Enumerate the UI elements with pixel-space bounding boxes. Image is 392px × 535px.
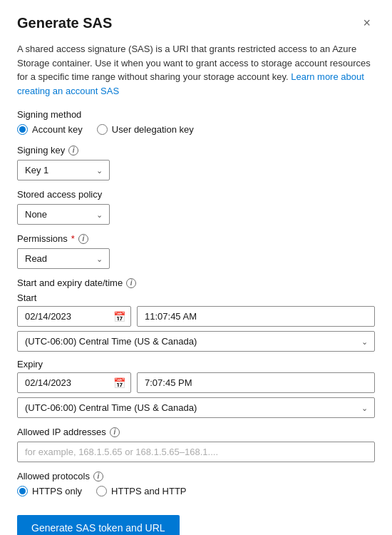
stored-access-policy-select[interactable]: None [17,204,110,225]
expiry-datetime-row: 📅 [17,372,375,393]
account-key-radio[interactable] [17,124,28,135]
datetime-info-icon: i [126,278,136,288]
https-only-label: HTTPS only [32,486,82,496]
allowed-protocols-radio-group: HTTPS only HTTPS and HTTP [17,486,375,496]
datetime-section: Start and expiry date/time i Start 📅 (UT… [17,277,375,418]
allowed-ip-info-icon: i [110,427,120,437]
https-only-option[interactable]: HTTPS only [17,486,82,496]
account-key-label: Account key [32,124,83,135]
dialog-header: Generate SAS × [17,14,375,32]
https-and-http-radio[interactable] [96,486,107,496]
permissions-select-wrapper: Read Write Delete List ⌄ [17,248,110,269]
allowed-ip-section: Allowed IP addresses i [17,427,375,462]
start-label: Start [17,292,375,303]
permissions-select[interactable]: Read Write Delete List [17,248,110,269]
signing-key-section: Signing key i Key 1 Key 2 ⌄ [17,145,375,180]
permissions-required: * [71,233,75,244]
start-timezone-select[interactable]: (UTC-06:00) Central Time (US & Canada) [17,331,375,352]
allowed-protocols-label: Allowed protocols i [17,471,375,482]
signing-key-select[interactable]: Key 1 Key 2 [17,160,110,180]
expiry-label: Expiry [17,359,375,370]
stored-access-policy-section: Stored access policy None ⌄ [17,189,375,225]
user-delegation-label: User delegation key [112,124,194,135]
expiry-timezone-select[interactable]: (UTC-06:00) Central Time (US & Canada) [17,397,375,418]
start-time-input[interactable] [137,306,375,327]
expiry-date-wrapper: 📅 [17,372,131,393]
start-date-input[interactable] [17,306,131,327]
https-only-radio[interactable] [17,486,28,496]
stored-access-policy-select-wrapper: None ⌄ [17,204,110,225]
start-timezone-wrapper: (UTC-06:00) Central Time (US & Canada) ⌄ [17,331,375,352]
allowed-ip-label: Allowed IP addresses i [17,427,375,437]
expiry-time-input[interactable] [137,372,375,393]
user-delegation-option[interactable]: User delegation key [97,124,194,135]
start-date-wrapper: 📅 [17,306,131,327]
account-key-option[interactable]: Account key [17,124,83,135]
datetime-label: Start and expiry date/time i [17,277,375,288]
signing-key-label: Signing key i [17,145,375,156]
stored-access-policy-label: Stored access policy [17,189,375,200]
description-text: A shared access signature (SAS) is a URI… [17,42,375,98]
generate-sas-button[interactable]: Generate SAS token and URL [17,515,180,535]
signing-key-info-icon: i [68,146,78,156]
https-and-http-option[interactable]: HTTPS and HTTP [96,486,186,496]
expiry-timezone-wrapper: (UTC-06:00) Central Time (US & Canada) ⌄ [17,397,375,418]
dialog-title: Generate SAS [17,15,112,31]
signing-method-radio-group: Account key User delegation key [17,124,375,135]
allowed-protocols-section: Allowed protocols i HTTPS only HTTPS and… [17,471,375,496]
signing-key-select-wrapper: Key 1 Key 2 ⌄ [17,160,110,180]
permissions-info-icon: i [78,234,88,244]
allowed-protocols-info-icon: i [93,472,103,482]
user-delegation-radio[interactable] [97,124,108,135]
close-button[interactable]: × [359,14,375,32]
permissions-section: Permissions * i Read Write Delete List ⌄ [17,233,375,269]
signing-method-section: Signing method Account key User delegati… [17,109,375,135]
generate-sas-dialog: Generate SAS × A shared access signature… [0,0,392,535]
permissions-label: Permissions * i [17,233,375,244]
allowed-ip-input[interactable] [17,442,375,462]
expiry-date-input[interactable] [17,372,131,393]
start-datetime-row: 📅 [17,306,375,327]
https-and-http-label: HTTPS and HTTP [111,486,186,496]
signing-method-label: Signing method [17,109,375,120]
